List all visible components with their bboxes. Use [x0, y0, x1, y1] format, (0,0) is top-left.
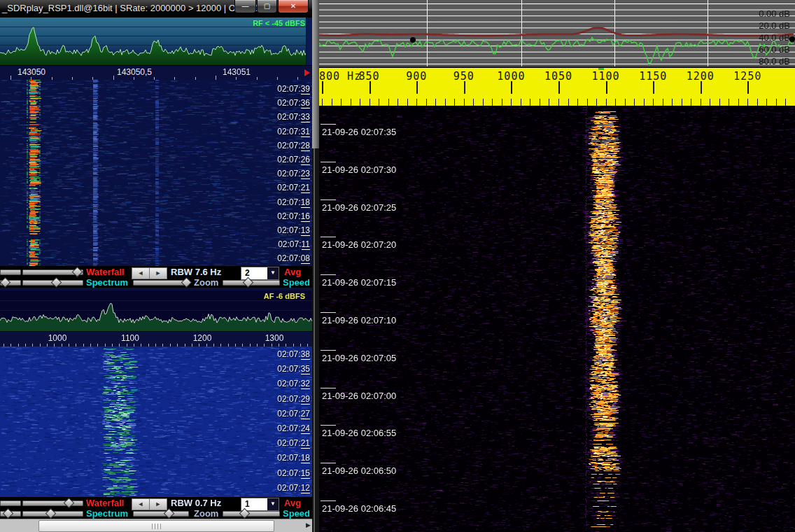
- waterfall-timestamp: 02:07:29: [277, 394, 310, 404]
- waterfall-timestamp: 02:07:39: [277, 84, 310, 94]
- contrast-slider[interactable]: [22, 500, 83, 506]
- ruler-minor-tick: [530, 99, 530, 106]
- frequency-tick-label: 1100: [121, 333, 139, 343]
- slider-thumb[interactable]: [64, 498, 75, 509]
- zoom-slider[interactable]: [133, 280, 189, 286]
- ruler-minor-tick: [322, 99, 323, 106]
- timestamp-tick: [321, 312, 336, 313]
- ruler-minor-tick: [332, 99, 332, 106]
- spectrogram-timestamp: 21-09-26 02:07:20: [322, 239, 396, 250]
- slider-thumb[interactable]: [45, 508, 57, 519]
- rf-frequency-scale[interactable]: 143050143050,5143051: [0, 65, 312, 80]
- slider-thumb[interactable]: [0, 277, 10, 288]
- brightness-slider[interactable]: [0, 270, 21, 275]
- rbw-increase-button[interactable]: ►: [149, 267, 167, 279]
- spectrum-range-slider[interactable]: [22, 280, 83, 286]
- timestamp-tick: [321, 200, 336, 200]
- minimize-button[interactable]: —: [234, 0, 256, 13]
- brightness-slider[interactable]: [0, 500, 21, 506]
- spectrogram-timestamp: 21-09-26 02:07:15: [322, 277, 396, 288]
- waterfall-timestamp: 02:07:12: [277, 483, 310, 493]
- ruler-minor-tick: [766, 99, 767, 106]
- frequency-ruler[interactable]: 800 Hz850900950100010501100115012001250: [319, 66, 795, 107]
- slider-thumb[interactable]: [3, 508, 14, 519]
- spectrum-offset-slider[interactable]: [0, 511, 21, 517]
- spectrum-offset-slider[interactable]: [0, 280, 21, 286]
- timestamp-tick: [321, 237, 336, 237]
- rbw-decrease-button[interactable]: ◄: [132, 267, 150, 279]
- timestamp-tick: [321, 350, 336, 351]
- ruler-minor-tick: [682, 99, 682, 106]
- timestamp-tick: [321, 162, 336, 162]
- spectrum-range-slider[interactable]: [22, 511, 83, 517]
- scroll-right-arrow-icon[interactable]: ▶: [306, 522, 311, 528]
- ruler-minor-tick: [454, 99, 455, 106]
- avg-label: Avg: [284, 498, 301, 508]
- titlebar[interactable]: _SDRplay_RSP1.dll@16bit | SRate: 2000000…: [0, 0, 312, 18]
- spectrogram-timestamp: 21-09-26 02:07:30: [322, 164, 396, 175]
- spectrogram-timestamp: 21-09-26 02:07:10: [322, 315, 396, 326]
- ruler-minor-tick: [511, 99, 512, 106]
- timestamp-tick: [321, 500, 336, 501]
- af-frequency-scale[interactable]: 1000110012001300: [0, 331, 312, 347]
- spectrogram-timestamp: 21-09-26 02:06:55: [322, 428, 396, 438]
- spectrogram-panel: 21-09-26 02:07:3521-09-26 02:07:3021-09-…: [319, 106, 795, 532]
- db-tick-label: 40.0 dB: [759, 32, 790, 42]
- waterfall-timestamp: 02:07:24: [277, 424, 310, 433]
- window-edge: [312, 0, 319, 532]
- right-arrow-icon: ►: [155, 270, 162, 276]
- dropdown-arrow-icon: ▼: [267, 267, 279, 279]
- ruler-minor-tick: [738, 99, 739, 106]
- ruler-minor-tick: [492, 99, 493, 106]
- slider-thumb[interactable]: [72, 267, 83, 278]
- ruler-minor-tick: [473, 99, 474, 106]
- rbw-increase-button[interactable]: ►: [149, 498, 167, 510]
- right-arrow-icon: ►: [155, 500, 162, 507]
- window-buttons: — ▢ ✕: [234, 0, 309, 13]
- ruler-minor-tick: [521, 99, 521, 106]
- close-button[interactable]: ✕: [278, 0, 309, 13]
- ruler-minor-tick: [701, 99, 701, 106]
- audio-spectrum-display[interactable]: [319, 0, 795, 66]
- slider-thumb[interactable]: [181, 277, 192, 288]
- speed-slider[interactable]: [223, 280, 280, 286]
- ruler-minor-tick: [691, 99, 691, 106]
- maximize-button[interactable]: ▢: [257, 0, 277, 13]
- timestamp-tick: [321, 274, 336, 275]
- screen: _SDRplay_RSP1.dll@16bit | SRate: 2000000…: [0, 0, 795, 532]
- spectrum-label: Spectrum: [86, 277, 128, 288]
- scrollbar-thumb[interactable]: [38, 520, 274, 532]
- ruler-minor-tick: [351, 99, 351, 106]
- zoom-slider[interactable]: [133, 511, 189, 517]
- avg-dropdown[interactable]: 1 ▼: [241, 498, 279, 511]
- rf-waterfall-panel: 02:07:3902:07:3602:07:3302:07:3102:07:28…: [0, 80, 312, 266]
- frequency-tick-label: 143051: [223, 67, 251, 77]
- ruler-minor-tick: [785, 99, 786, 106]
- ruler-minor-tick: [407, 99, 408, 106]
- rbw-value: RBW 7.6 Hz: [171, 267, 221, 277]
- speed-label: Speed: [283, 277, 310, 288]
- ruler-minor-tick: [672, 99, 673, 106]
- signal-marker: [598, 68, 604, 70]
- ruler-minor-tick: [445, 99, 446, 106]
- ruler-minor-tick: [729, 99, 729, 106]
- ruler-minor-tick: [549, 99, 549, 106]
- af-waterfall-display[interactable]: [0, 346, 312, 497]
- db-tick-label: 60.0 dB: [759, 44, 790, 54]
- speed-slider[interactable]: [223, 511, 280, 517]
- minimize-icon: —: [242, 2, 249, 10]
- rf-waterfall-display[interactable]: [0, 80, 312, 266]
- ruler-minor-tick: [540, 99, 540, 106]
- horizontal-scrollbar[interactable]: ▶: [0, 519, 312, 532]
- rbw-decrease-button[interactable]: ◄: [132, 498, 150, 510]
- frequency-tick-label: 1200: [193, 333, 212, 343]
- ruler-minor-tick: [370, 99, 370, 106]
- spectrum-analyzer-window: 0.00 dB20.0 dB40.0 dB60.0 dB80.0 dB 800 …: [312, 0, 795, 532]
- close-icon: ✕: [290, 2, 296, 10]
- ruler-major-tick: [747, 81, 749, 94]
- contrast-slider[interactable]: [22, 270, 83, 275]
- slider-thumb[interactable]: [51, 277, 62, 288]
- zoom-label: Zoom: [194, 508, 218, 519]
- rf-control-bar: Waterfall ◄ ► RBW 7.6 Hz 2 ▼ Avg Spectru…: [0, 266, 312, 288]
- ruler-minor-tick: [587, 99, 588, 106]
